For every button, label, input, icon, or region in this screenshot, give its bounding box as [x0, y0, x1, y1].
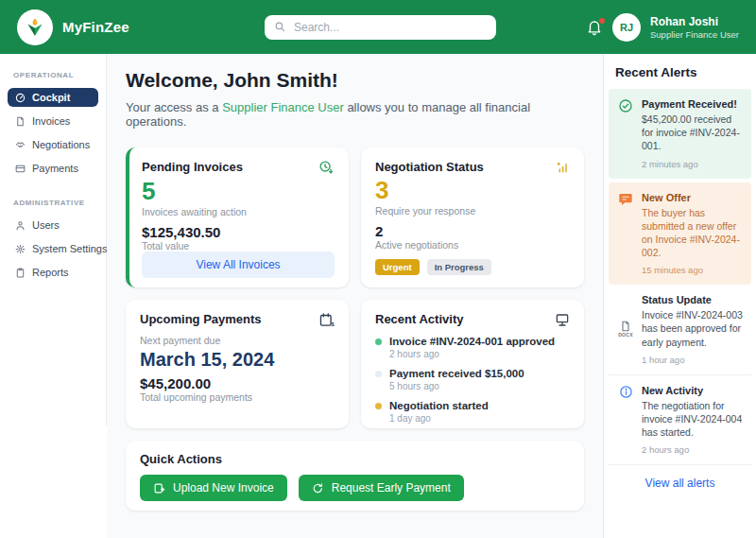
activity-text: Invoice #INV-2024-001 approved [389, 336, 555, 347]
clock-download-icon [318, 160, 335, 176]
brand: MyFinZee [17, 9, 265, 45]
pending-invoices-card: Pending Invoices 5 Invoices awaiting act… [126, 148, 349, 287]
alerts-title: Recent Alerts [615, 65, 745, 79]
alert-title: Payment Received! [642, 98, 744, 110]
user-name: Rohan Joshi [650, 15, 739, 29]
alert-title: New Activity [642, 385, 744, 396]
sidebar-item-label: Invoices [32, 115, 70, 127]
sidebar-item-payments[interactable]: Payments [8, 159, 98, 178]
alert-status-update: DOCX Status Update Invoice #INV-2024-003… [609, 285, 751, 375]
alerts-panel: Recent Alerts Payment Received! $45,200.… [603, 54, 756, 538]
sidebar-item-users[interactable]: Users [8, 216, 98, 234]
activity-time: 1 day ago [389, 413, 489, 424]
user-role: Supplier Finance User [650, 29, 739, 40]
activity-text: Payment received $15,000 [389, 368, 524, 379]
alert-message: The negotiation for invoice #INV-2024-00… [642, 399, 744, 440]
alert-new-activity: New Activity The negotiation for invoice… [609, 375, 751, 466]
sidebar-item-label: System Settings [32, 243, 107, 254]
pending-count-label: Invoices awaiting action [142, 206, 335, 217]
card-title: Recent Activity [375, 312, 463, 326]
alert-time: 1 hour ago [642, 355, 744, 365]
app-logo-icon [17, 9, 53, 45]
activity-text: Negotiation started [389, 400, 489, 411]
upload-icon [153, 482, 165, 495]
sidebar-item-label: Payments [32, 163, 78, 174]
view-all-alerts-link[interactable]: View all alerts [609, 477, 751, 490]
credit-card-icon [15, 164, 26, 174]
upcoming-total: $45,200.00 [140, 375, 335, 391]
monitor-icon [555, 312, 570, 327]
upcoming-payments-card: Upcoming Payments $ Next payment due Mar… [126, 300, 349, 428]
notifications-button[interactable] [586, 19, 603, 36]
sidebar-item-label: Cockpit [32, 92, 70, 103]
card-title: Upcoming Payments [140, 312, 262, 326]
chat-bubble-icon [616, 192, 635, 276]
upcoming-total-label: Total upcoming payments [140, 391, 335, 403]
welcome-subtitle: Your access as a Supplier Finance User a… [126, 100, 584, 129]
alert-message: Invoice #INV-2024-003 has been approved … [642, 308, 744, 349]
nav-section-administrative: ADMINISTRATIVE [13, 199, 93, 207]
status-dot [375, 371, 382, 377]
sidebar-item-label: Users [32, 219, 60, 231]
active-negotiations-count: 2 [375, 223, 570, 239]
recent-activity-card: Recent Activity Invoice #INV-2024-001 ap… [361, 300, 584, 428]
negotiation-status-card: Negotiation Status 3 Require your respon… [361, 148, 584, 287]
view-all-invoices-button[interactable]: View All Invoices [142, 252, 335, 278]
pending-total: $125,430.50 [142, 224, 335, 240]
due-date: March 15, 2024 [140, 349, 335, 371]
page-title: Welcome, John Smith! [126, 69, 584, 92]
document-icon [15, 116, 26, 127]
sidebar-item-label: Negotiations [32, 139, 90, 150]
sidebar-item-negotiations[interactable]: Negotiations [8, 135, 98, 154]
activity-item: Negotiation started 1 day ago [375, 400, 570, 424]
svg-text:$: $ [331, 321, 335, 327]
activity-time: 2 hours ago [389, 349, 555, 359]
search-icon [274, 21, 286, 33]
card-title: Negotiation Status [375, 160, 484, 174]
app-name: MyFinZee [62, 19, 129, 35]
docx-file-icon: DOCX [616, 294, 635, 365]
top-header: MyFinZee RJ Rohan Joshi Supplier Finance… [0, 0, 756, 54]
negotiation-count-label: Require your response [375, 205, 570, 217]
gauge-icon [15, 93, 26, 103]
alert-payment-received: Payment Received! $45,200.00 received fo… [609, 89, 751, 179]
due-label: Next payment due [140, 335, 335, 346]
handshake-icon [15, 140, 26, 150]
left-sidebar: OPERATIONAL Cockpit Invoices Negotiation… [0, 54, 107, 425]
calendar-dollar-icon: $ [318, 312, 335, 328]
notification-badge [598, 17, 606, 25]
gear-icon [15, 244, 26, 254]
check-circle-icon [616, 98, 635, 169]
alert-message: The buyer has submitted a new offer on I… [642, 206, 744, 260]
bar-chart-icon [555, 160, 570, 175]
activity-item: Payment received $15,000 5 hours ago [375, 368, 570, 391]
activity-time: 5 hours ago [389, 381, 524, 391]
alert-title: New Offer [642, 192, 744, 203]
alert-time: 15 minutes ago [642, 265, 744, 275]
alert-time: 2 minutes ago [642, 159, 744, 169]
topbar-right: RJ Rohan Joshi Supplier Finance User [586, 13, 739, 42]
pending-count: 5 [142, 178, 335, 206]
sidebar-item-system-settings[interactable]: System Settings [8, 239, 98, 258]
nav-section-operational: OPERATIONAL [13, 71, 93, 79]
sidebar-item-cockpit[interactable]: Cockpit [8, 88, 98, 107]
alert-time: 2 hours ago [642, 444, 744, 455]
upload-new-invoice-button[interactable]: Upload New Invoice [140, 475, 287, 501]
card-title: Pending Invoices [142, 160, 243, 174]
status-dot [375, 403, 382, 409]
sidebar-item-reports[interactable]: Reports [8, 263, 98, 282]
activity-item: Invoice #INV-2024-001 approved 2 hours a… [375, 336, 570, 359]
info-circle-icon [616, 385, 635, 456]
user-icon [15, 220, 26, 231]
avatar[interactable]: RJ [612, 13, 641, 42]
status-dot [375, 338, 382, 345]
alert-new-offer: New Offer The buyer has submitted a new … [609, 182, 751, 286]
sidebar-item-label: Reports [32, 267, 69, 278]
user-meta[interactable]: Rohan Joshi Supplier Finance User [650, 15, 739, 40]
quick-actions-card: Quick Actions Upload New Invoice Request… [126, 441, 584, 511]
search-input[interactable] [294, 21, 487, 34]
sidebar-item-invoices[interactable]: Invoices [8, 112, 98, 130]
request-early-payment-button[interactable]: Request Early Payment [299, 475, 464, 501]
clipboard-icon [15, 268, 26, 278]
alert-title: Status Update [642, 294, 744, 305]
